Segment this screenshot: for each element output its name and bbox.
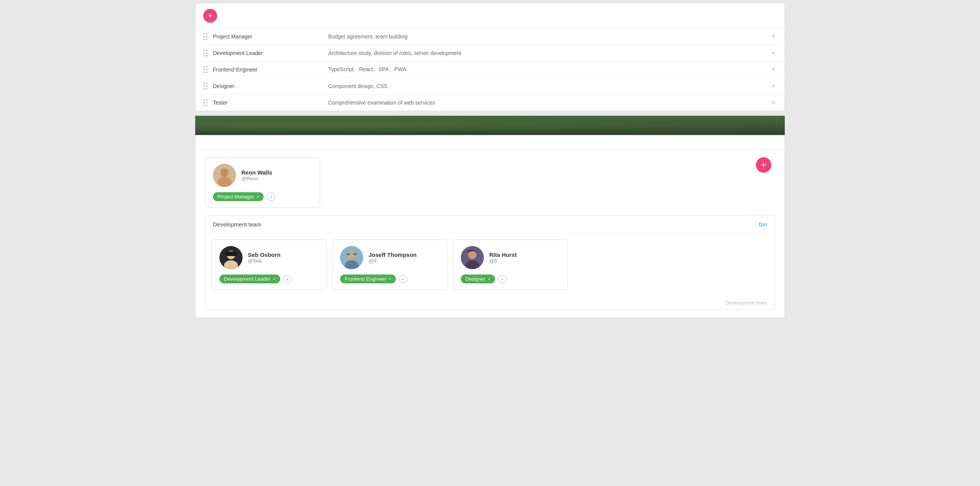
- avatar: [340, 246, 363, 269]
- position-cell: Frontend Engineer: [213, 67, 328, 73]
- positions-section: + Project Manager Budget agreement, team…: [195, 3, 785, 111]
- add-team-area: +: [756, 157, 775, 173]
- avatar: [461, 246, 484, 269]
- add-position-button[interactable]: +: [203, 9, 217, 23]
- strengths-cell: Budget agreement, team building: [328, 33, 770, 40]
- member-details: Rita Hurst @5: [489, 251, 517, 264]
- page-wrapper: + Project Manager Budget agreement, team…: [192, 0, 788, 321]
- add-role-button[interactable]: +: [498, 275, 507, 283]
- role-tag: Development Leader ×: [219, 275, 280, 283]
- drag-handle[interactable]: [203, 83, 208, 90]
- community-title: [196, 135, 784, 150]
- remove-position-button[interactable]: ×: [770, 50, 777, 57]
- role-tag: Frontend Engineer ×: [340, 275, 396, 283]
- community-section: + Reon Walls @Reon Project Manager ×: [195, 135, 785, 318]
- positions-rows: Project Manager Budget agreement, team b…: [196, 28, 784, 111]
- role-remove-button[interactable]: ×: [488, 276, 490, 282]
- drag-handle[interactable]: [203, 50, 208, 57]
- role-remove-button[interactable]: ×: [273, 276, 276, 282]
- role-label: Frontend Engineer: [345, 276, 386, 282]
- member-info: Seb Osborn @Seb: [219, 246, 319, 269]
- svg-point-11: [346, 253, 350, 255]
- role-remove-button[interactable]: ×: [389, 276, 391, 282]
- role-label: Project Manager: [218, 194, 254, 200]
- member-username: @Seb: [248, 258, 281, 264]
- member-roles: Project Manager × +: [213, 192, 312, 201]
- member-details: Reon Walls @Reon: [241, 169, 272, 181]
- remove-position-button[interactable]: ×: [770, 99, 777, 106]
- member-info: Joseff Thompson @9: [340, 246, 439, 269]
- avatar: [219, 246, 243, 269]
- background-strip: [195, 116, 785, 135]
- svg-rect-7: [225, 251, 237, 256]
- remove-position-button[interactable]: ×: [770, 33, 777, 40]
- positions-header: +: [196, 3, 784, 28]
- team-footer: Development team: [205, 296, 775, 310]
- svg-point-14: [468, 251, 477, 259]
- add-role-button[interactable]: +: [399, 275, 407, 283]
- member-name: Reon Walls: [241, 169, 272, 176]
- table-row: Development Leader Architecture study, d…: [196, 45, 784, 62]
- role-tag: Designer ×: [461, 275, 495, 283]
- role-label: Designer: [465, 276, 485, 282]
- table-row: Tester Comprehensive examination of web …: [196, 95, 784, 111]
- position-cell: Designer: [213, 83, 328, 89]
- team-group-header: Development team Del: [205, 216, 775, 233]
- add-team-button[interactable]: +: [756, 157, 771, 173]
- member-info: Reon Walls @Reon: [213, 164, 312, 187]
- drag-handle[interactable]: [203, 99, 208, 106]
- delete-team-button[interactable]: Del: [759, 221, 767, 228]
- remove-position-button[interactable]: ×: [770, 83, 777, 90]
- team-group-body: Seb Osborn @Seb Development Leader × + J…: [205, 233, 775, 296]
- remove-position-button[interactable]: ×: [770, 66, 777, 73]
- member-roles: Development Leader × +: [219, 275, 319, 283]
- member-username: @9: [369, 258, 417, 264]
- member-username: @5: [489, 258, 517, 264]
- svg-point-12: [353, 253, 357, 255]
- avatar: [213, 164, 236, 187]
- default-group: + Reon Walls @Reon Project Manager ×: [205, 157, 775, 208]
- position-cell: Development Leader: [213, 50, 328, 56]
- table-row: Frontend Engineer TypeScript、React、SPA、P…: [196, 62, 784, 78]
- member-card: Seb Osborn @Seb Development Leader × +: [211, 240, 327, 290]
- table-row: Project Manager Budget agreement, team b…: [196, 28, 784, 45]
- strengths-cell: Component design, CSS: [328, 83, 770, 89]
- member-username: @Reon: [241, 176, 272, 181]
- drag-handle[interactable]: [203, 33, 208, 40]
- table-row: Designer Component design, CSS ×: [196, 78, 784, 95]
- community-body: + Reon Walls @Reon Project Manager ×: [196, 150, 784, 318]
- teams-container: Development team Del Seb Osborn @Seb Dev…: [205, 215, 775, 310]
- member-name: Joseff Thompson: [369, 251, 417, 258]
- member-card: Reon Walls @Reon Project Manager × +: [205, 157, 320, 208]
- role-label: Development Leader: [224, 276, 271, 282]
- strengths-cell: TypeScript、React、SPA、PWA: [328, 66, 770, 73]
- team-name: Development team: [213, 221, 261, 228]
- role-tag: Project Manager ×: [213, 192, 264, 201]
- add-role-button[interactable]: +: [283, 275, 292, 283]
- team-group: Development team Del Seb Osborn @Seb Dev…: [205, 215, 775, 310]
- member-name: Rita Hurst: [489, 251, 517, 258]
- position-cell: Tester: [213, 100, 328, 106]
- member-roles: Frontend Engineer × +: [340, 275, 439, 283]
- member-details: Seb Osborn @Seb: [248, 251, 281, 264]
- svg-point-3: [221, 169, 228, 176]
- member-roles: Designer × +: [461, 275, 560, 283]
- member-info: Rita Hurst @5: [461, 246, 560, 269]
- member-name: Seb Osborn: [248, 251, 281, 258]
- role-remove-button[interactable]: ×: [256, 194, 259, 200]
- default-members-grid: Reon Walls @Reon Project Manager × +: [205, 157, 775, 208]
- member-card: Joseff Thompson @9 Frontend Engineer × +: [332, 240, 447, 290]
- position-cell: Project Manager: [213, 33, 328, 40]
- member-card: Rita Hurst @5 Designer × +: [453, 240, 568, 290]
- member-details: Joseff Thompson @9: [369, 251, 417, 264]
- strengths-cell: Architecture study, division of roles, s…: [328, 50, 770, 56]
- strengths-cell: Comprehensive examination of web service…: [328, 100, 770, 106]
- add-role-button[interactable]: +: [267, 193, 275, 201]
- drag-handle[interactable]: [203, 66, 208, 73]
